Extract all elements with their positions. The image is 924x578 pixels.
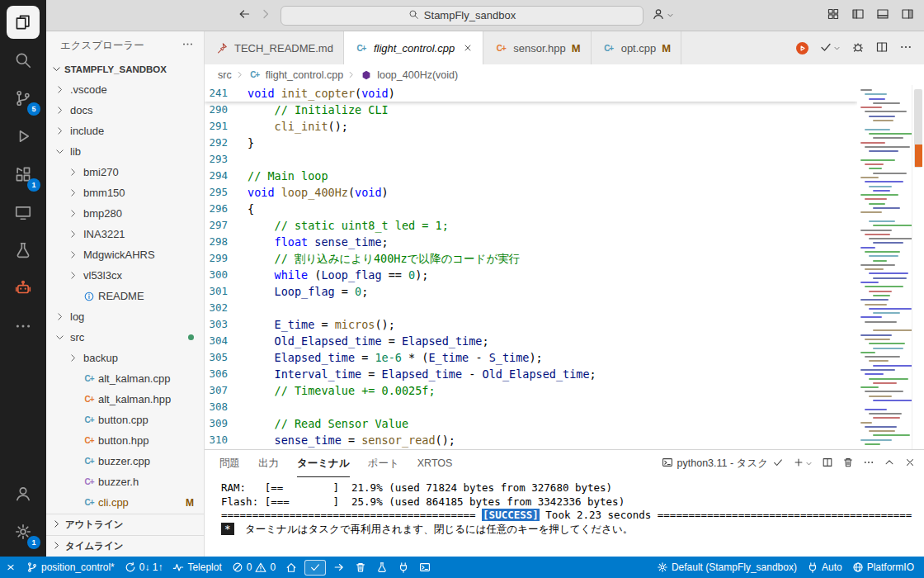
more-actions-button[interactable]	[899, 40, 912, 56]
files-icon	[14, 13, 32, 31]
status-teleplot[interactable]: Teleplot	[167, 557, 226, 578]
tree-folder-log[interactable]: log	[46, 306, 204, 327]
panel-tab-ターミナル[interactable]: ターミナル	[297, 450, 350, 477]
tree-folder-backup[interactable]: backup	[46, 348, 204, 368]
activity-settings[interactable]: 1	[7, 515, 40, 548]
tree-folder-bmm150[interactable]: bmm150	[46, 182, 204, 203]
layout-left-icon	[851, 7, 865, 21]
toggle-secondary-sidebar-button[interactable]	[901, 7, 914, 23]
kill-terminal-button[interactable]	[842, 457, 854, 471]
command-center[interactable]: StampFly_sandbox	[280, 6, 644, 26]
status-pio-build[interactable]	[304, 560, 326, 576]
activity-search[interactable]	[7, 44, 40, 77]
panel-tab-出力[interactable]: 出力	[258, 450, 279, 477]
tree-file-buzzer.cpp[interactable]: C+buzzer.cpp	[46, 451, 204, 471]
tree-folder-vl53l3cx[interactable]: vl53l3cx	[46, 265, 204, 286]
status-remote[interactable]	[0, 557, 21, 578]
tree-file-button.hpp[interactable]: C+button.hpp	[46, 430, 204, 451]
tab-flight_control.cpp[interactable]: C+flight_control.cpp	[344, 31, 483, 64]
tree-file-button.cpp[interactable]: C+button.cpp	[46, 410, 204, 430]
breadcrumb-item[interactable]: loop_400Hz(void)	[359, 69, 458, 81]
terminal-line: ========================================…	[221, 509, 924, 523]
status-pio-serial-monitor[interactable]	[393, 557, 414, 578]
run-task-button[interactable]	[819, 40, 841, 56]
tree-folder-lib[interactable]: lib	[46, 141, 204, 162]
panel-tab-XRTOS[interactable]: XRTOS	[417, 450, 453, 477]
panel-more-actions[interactable]	[863, 457, 874, 471]
status-pio-upload[interactable]	[328, 557, 350, 578]
maximize-panel-button[interactable]	[884, 457, 895, 471]
workspace-section-header[interactable]: STAMPFLY_SANDBOX	[46, 59, 204, 79]
scrollbar[interactable]	[912, 85, 924, 449]
status-platformio[interactable]: PlatformIO	[847, 557, 919, 578]
status-sync-changes[interactable]: 0↓ 1↑	[120, 557, 168, 578]
close-panel-button[interactable]	[904, 457, 916, 471]
tree-file-buzzer.h[interactable]: C+buzzer.h	[46, 471, 204, 492]
outline-section[interactable]: アウトライン	[46, 514, 204, 535]
toggle-panel-button[interactable]	[876, 7, 889, 23]
toggle-sidebar-button[interactable]	[851, 7, 865, 23]
activity-testing[interactable]	[7, 234, 40, 267]
minimap[interactable]	[857, 85, 912, 449]
tree-folder-docs[interactable]: docs	[46, 100, 204, 121]
workspace-name: STAMPFLY_SANDBOX	[64, 64, 167, 74]
status-pio-clean[interactable]	[350, 557, 371, 578]
tree-file-alt_kalman.hpp[interactable]: C+alt_kalman.hpp	[46, 389, 204, 410]
tab-opt.cpp[interactable]: C+opt.cppM	[592, 31, 682, 64]
tree-folder-MdgwickAHRS[interactable]: MdgwickAHRS	[46, 244, 204, 265]
profile-button[interactable]	[652, 7, 674, 23]
customize-layout-button[interactable]	[827, 7, 840, 23]
activity-run-debug[interactable]	[7, 120, 40, 153]
search-icon	[408, 9, 419, 20]
sidebar-more-actions[interactable]	[182, 38, 194, 53]
tab-TECH_README.md[interactable]: TECH_README.md	[205, 31, 344, 64]
activity-more[interactable]	[7, 310, 40, 343]
activity-explorer[interactable]	[7, 6, 40, 39]
activity-robot-extension[interactable]	[7, 272, 40, 305]
terminal-task-chip[interactable]: python3.11 - タスク	[662, 457, 784, 471]
status-serial-port[interactable]: Auto	[802, 557, 847, 578]
code-line: 310 sense_time = sensor_read();	[205, 432, 857, 448]
tree-folder-bmp280[interactable]: bmp280	[46, 203, 204, 224]
status-pio-env[interactable]: Default (StampFly_sandbox)	[652, 557, 802, 578]
breadcrumb-item[interactable]: C+flight_control.cpp	[248, 69, 344, 81]
tree-file-alt_kalman.cpp[interactable]: C+alt_kalman.cpp	[46, 368, 204, 389]
tree-item-label: buzzer.cpp	[98, 455, 150, 467]
activity-extensions[interactable]: 1	[7, 158, 40, 191]
tab-sensor.hpp[interactable]: C+sensor.hppM	[483, 31, 591, 64]
close-tab-button[interactable]	[463, 43, 473, 53]
activity-accounts[interactable]	[7, 477, 40, 510]
timeline-section[interactable]: タイムライン	[46, 535, 204, 557]
tree-folder-INA3221[interactable]: INA3221	[46, 224, 204, 244]
status-pio-terminal[interactable]	[414, 557, 436, 578]
new-terminal-button[interactable]	[793, 457, 813, 471]
panel-tab-ポート[interactable]: ポート	[368, 450, 399, 477]
status-problems[interactable]: 00	[227, 557, 280, 578]
tree-file-cli.cpp[interactable]: C+cli.cppM	[46, 492, 204, 513]
split-terminal-button[interactable]	[822, 457, 833, 471]
terminal-output[interactable]: RAM: [== ] 21.9% (used 71824 bytes from …	[205, 477, 924, 557]
tree-folder-bmi270[interactable]: bmi270	[46, 162, 204, 182]
tree-file-README[interactable]: README	[46, 286, 204, 306]
status-pio-home[interactable]	[280, 557, 302, 578]
debug-button[interactable]	[851, 40, 865, 56]
chev-r-icon	[68, 208, 78, 219]
breadcrumb-item[interactable]: src	[218, 69, 232, 81]
code-line: 304 Old_Elapsed_time = Elapsed_time;	[205, 333, 857, 349]
tree-folder-src[interactable]: src	[46, 327, 204, 348]
status-git-branch[interactable]: position_control*	[21, 557, 120, 578]
split-editor-button[interactable]	[875, 40, 889, 56]
back-button[interactable]	[238, 7, 251, 23]
panel-tab-問題[interactable]: 問題	[219, 450, 240, 477]
tree-folder-include[interactable]: include	[46, 121, 204, 141]
line-number: 301	[205, 283, 248, 300]
code-editor[interactable]: 241void init_copter(void)290 // Initiali…	[205, 85, 857, 449]
run-button[interactable]	[796, 42, 808, 54]
scm-badge: 5	[27, 102, 40, 116]
status-pio-test[interactable]	[371, 557, 393, 578]
activity-source-control[interactable]: 5	[7, 82, 40, 115]
chev-s-icon	[667, 12, 674, 19]
activity-remote-explorer[interactable]	[7, 196, 40, 229]
forward-button[interactable]	[259, 7, 272, 23]
tree-folder-.vscode[interactable]: .vscode	[46, 79, 204, 100]
